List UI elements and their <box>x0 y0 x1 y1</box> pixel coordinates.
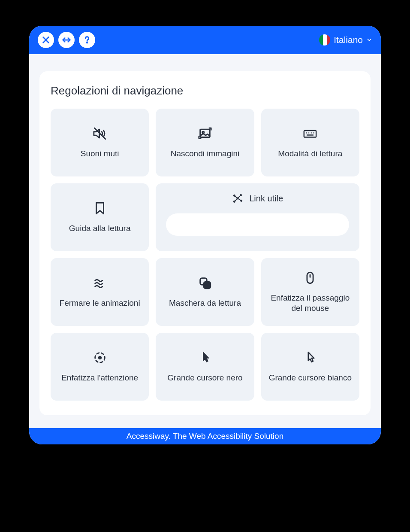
tile-label: Fermare le animazioni <box>60 298 140 308</box>
footer-text: Accessiway. The Web Accessibility Soluti… <box>127 432 283 441</box>
svg-point-28 <box>99 356 101 359</box>
tile-label: Modalità di lettura <box>278 149 342 159</box>
tile-highlight-focus[interactable]: Enfatizza l'attenzione <box>51 333 149 401</box>
close-button[interactable] <box>38 32 54 48</box>
svg-rect-6 <box>200 129 210 137</box>
cursor-white-icon <box>303 350 317 365</box>
tile-big-black-cursor[interactable]: Grande cursore nero <box>156 333 254 401</box>
bookmark-icon <box>93 201 107 216</box>
language-label: Italiano <box>334 35 363 45</box>
svg-line-21 <box>235 198 238 202</box>
network-icon <box>232 193 243 204</box>
svg-line-22 <box>238 198 241 201</box>
tile-label: Nascondi immagini <box>171 149 240 159</box>
svg-point-3 <box>87 43 87 43</box>
mouse-icon <box>303 271 317 285</box>
help-button[interactable] <box>79 32 95 48</box>
chevron-down-icon <box>366 37 372 43</box>
language-selector[interactable]: Italiano <box>319 34 372 46</box>
tile-reading-guide[interactable]: Guida alla lettura <box>51 183 149 251</box>
svg-rect-8 <box>304 131 316 137</box>
header-controls <box>38 32 95 48</box>
useful-links-header: Link utile <box>166 193 349 204</box>
tile-highlight-hover[interactable]: Enfatizza il passaggio del mouse <box>261 258 359 326</box>
cursor-black-icon <box>198 350 212 365</box>
panel-header: Italiano <box>29 26 381 54</box>
panel-footer: Accessiway. The Web Accessibility Soluti… <box>29 428 381 444</box>
settings-card: Regolazioni di navigazione Suoni muti Na… <box>39 71 371 415</box>
tile-stop-animations[interactable]: Fermare le animazioni <box>51 258 149 326</box>
svg-rect-24 <box>204 282 211 289</box>
tile-mute-sounds[interactable]: Suoni muti <box>51 109 149 176</box>
tile-useful-links[interactable]: Link utile <box>156 183 359 251</box>
arrows-horizontal-icon <box>62 35 71 45</box>
tile-label: Guida alla lettura <box>69 223 131 234</box>
flag-italy-icon <box>319 34 330 46</box>
tile-label: Enfatizza l'attenzione <box>61 373 138 383</box>
tile-label: Suoni muti <box>81 149 119 159</box>
tile-label: Grande cursore bianco <box>269 373 352 383</box>
panel-body: Regolazioni di navigazione Suoni muti Na… <box>29 54 381 428</box>
target-icon <box>93 350 107 365</box>
keyboard-icon <box>303 126 317 141</box>
tile-label: Link utile <box>249 193 283 204</box>
svg-line-19 <box>235 196 238 199</box>
tile-reading-mode[interactable]: Modalità di lettura <box>261 109 359 176</box>
useful-links-select[interactable] <box>166 213 349 236</box>
close-icon <box>41 35 51 45</box>
settings-grid: Suoni muti Nascondi immagini Modalità di… <box>51 109 359 401</box>
waves-icon <box>93 276 107 290</box>
accessibility-panel: Italiano Regolazioni di navigazione Suon… <box>29 26 381 444</box>
mute-icon <box>93 126 107 141</box>
image-icon <box>198 126 212 141</box>
tile-big-white-cursor[interactable]: Grande cursore bianco <box>261 333 359 401</box>
overlap-squares-icon <box>198 276 212 290</box>
tile-hide-images[interactable]: Nascondi immagini <box>156 109 254 176</box>
move-button[interactable] <box>58 32 75 48</box>
tile-label: Maschera da lettura <box>169 298 241 308</box>
tile-reading-mask[interactable]: Maschera da lettura <box>156 258 254 326</box>
question-icon <box>82 35 92 45</box>
section-title: Regolazioni di navigazione <box>51 84 359 97</box>
svg-line-20 <box>238 195 241 198</box>
tile-label: Enfatizza il passaggio del mouse <box>266 293 354 313</box>
tile-label: Grande cursore nero <box>167 373 242 383</box>
